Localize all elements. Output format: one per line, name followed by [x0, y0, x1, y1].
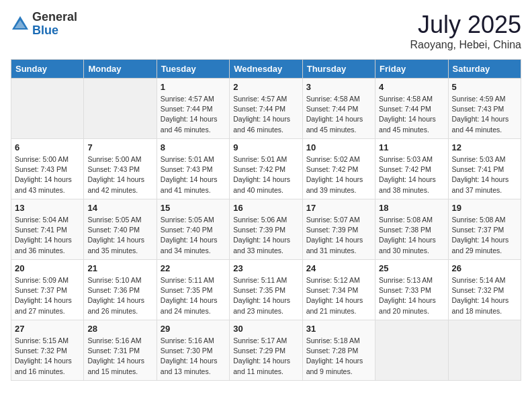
daylight-text: Daylight: 14 hours and 38 minutes. — [379, 175, 436, 193]
daylight-text: Daylight: 14 hours and 41 minutes. — [161, 175, 218, 193]
day-number: 17 — [306, 203, 371, 213]
day-number: 23 — [233, 263, 298, 273]
sunset-text: Sunset: 7:41 PM — [15, 226, 67, 234]
calendar-week-row: 1 Sunrise: 4:57 AM Sunset: 7:44 PM Dayli… — [11, 79, 521, 139]
cell-content: Sunrise: 5:11 AM Sunset: 7:35 PM Dayligh… — [233, 275, 298, 316]
day-number: 4 — [379, 82, 444, 92]
sunset-text: Sunset: 7:31 PM — [87, 347, 140, 355]
calendar-week-row: 20 Sunrise: 5:09 AM Sunset: 7:37 PM Dayl… — [11, 260, 521, 320]
sunrise-text: Sunrise: 4:57 AM — [161, 95, 214, 103]
sunrise-text: Sunrise: 5:06 AM — [233, 216, 287, 224]
calendar-cell: 17 Sunrise: 5:07 AM Sunset: 7:39 PM Dayl… — [302, 199, 375, 260]
sunrise-text: Sunrise: 5:01 AM — [161, 155, 214, 163]
calendar-cell: 3 Sunrise: 4:58 AM Sunset: 7:44 PM Dayli… — [302, 79, 375, 139]
cell-content: Sunrise: 5:01 AM Sunset: 7:43 PM Dayligh… — [161, 154, 226, 195]
cell-content: Sunrise: 5:13 AM Sunset: 7:33 PM Dayligh… — [379, 275, 444, 316]
day-number: 9 — [233, 142, 298, 152]
day-number: 1 — [161, 82, 226, 92]
day-number: 12 — [452, 142, 517, 152]
calendar-cell: 30 Sunrise: 5:17 AM Sunset: 7:29 PM Dayl… — [230, 320, 302, 381]
calendar-cell: 20 Sunrise: 5:09 AM Sunset: 7:37 PM Dayl… — [11, 260, 84, 320]
sunset-text: Sunset: 7:35 PM — [161, 286, 213, 294]
sunset-text: Sunset: 7:44 PM — [161, 105, 213, 113]
calendar-cell: 21 Sunrise: 5:10 AM Sunset: 7:36 PM Dayl… — [84, 260, 157, 320]
day-number: 2 — [233, 82, 298, 92]
sunset-text: Sunset: 7:44 PM — [379, 105, 431, 113]
daylight-text: Daylight: 14 hours and 35 minutes. — [87, 236, 144, 254]
sunrise-text: Sunrise: 5:04 AM — [15, 216, 69, 224]
sunset-text: Sunset: 7:30 PM — [161, 347, 213, 355]
page-header: General Blue July 2025 Raoyang, Hebei, C… — [11, 11, 521, 51]
day-number: 19 — [452, 203, 517, 213]
calendar-cell: 31 Sunrise: 5:18 AM Sunset: 7:28 PM Dayl… — [302, 320, 375, 381]
sunrise-text: Sunrise: 5:05 AM — [161, 216, 214, 224]
calendar-cell: 13 Sunrise: 5:04 AM Sunset: 7:41 PM Dayl… — [11, 199, 84, 260]
sunrise-text: Sunrise: 5:08 AM — [379, 216, 433, 224]
daylight-text: Daylight: 14 hours and 13 minutes. — [161, 357, 218, 375]
calendar-cell: 27 Sunrise: 5:15 AM Sunset: 7:32 PM Dayl… — [11, 320, 84, 381]
sunrise-text: Sunrise: 5:18 AM — [306, 336, 360, 345]
sunrise-text: Sunrise: 5:02 AM — [306, 155, 360, 163]
calendar-cell: 1 Sunrise: 4:57 AM Sunset: 7:44 PM Dayli… — [157, 79, 229, 139]
calendar-cell: 8 Sunrise: 5:01 AM Sunset: 7:43 PM Dayli… — [157, 139, 229, 199]
daylight-text: Daylight: 14 hours and 11 minutes. — [233, 357, 290, 375]
header-cell-monday: Monday — [84, 60, 157, 79]
day-number: 13 — [15, 203, 80, 213]
cell-content: Sunrise: 5:05 AM Sunset: 7:40 PM Dayligh… — [161, 215, 226, 256]
sunset-text: Sunset: 7:32 PM — [452, 286, 504, 294]
sunrise-text: Sunrise: 4:59 AM — [452, 95, 506, 103]
day-number: 29 — [161, 324, 226, 334]
cell-content: Sunrise: 5:01 AM Sunset: 7:42 PM Dayligh… — [233, 154, 298, 195]
daylight-text: Daylight: 14 hours and 40 minutes. — [233, 175, 290, 193]
title-block: July 2025 Raoyang, Hebei, China — [410, 11, 521, 51]
daylight-text: Daylight: 14 hours and 21 minutes. — [306, 296, 363, 314]
header-cell-wednesday: Wednesday — [230, 60, 302, 79]
sunset-text: Sunset: 7:43 PM — [15, 165, 67, 173]
sunset-text: Sunset: 7:33 PM — [379, 286, 431, 294]
daylight-text: Daylight: 14 hours and 20 minutes. — [379, 296, 436, 314]
calendar-cell: 18 Sunrise: 5:08 AM Sunset: 7:38 PM Dayl… — [375, 199, 448, 260]
daylight-text: Daylight: 14 hours and 16 minutes. — [15, 357, 72, 375]
cell-content: Sunrise: 4:57 AM Sunset: 7:44 PM Dayligh… — [161, 94, 226, 135]
daylight-text: Daylight: 14 hours and 44 minutes. — [452, 115, 509, 133]
sunrise-text: Sunrise: 5:11 AM — [161, 276, 214, 284]
sunrise-text: Sunrise: 4:57 AM — [233, 95, 287, 103]
logo-general: General — [32, 11, 77, 24]
calendar-cell: 22 Sunrise: 5:11 AM Sunset: 7:35 PM Dayl… — [157, 260, 229, 320]
header-cell-sunday: Sunday — [11, 60, 84, 79]
calendar-cell: 28 Sunrise: 5:16 AM Sunset: 7:31 PM Dayl… — [84, 320, 157, 381]
daylight-text: Daylight: 14 hours and 15 minutes. — [87, 357, 144, 375]
cell-content: Sunrise: 5:07 AM Sunset: 7:39 PM Dayligh… — [306, 215, 371, 256]
sunrise-text: Sunrise: 5:17 AM — [233, 336, 287, 345]
sunset-text: Sunset: 7:43 PM — [161, 165, 213, 173]
cell-content: Sunrise: 4:58 AM Sunset: 7:44 PM Dayligh… — [379, 94, 444, 135]
calendar-cell: 16 Sunrise: 5:06 AM Sunset: 7:39 PM Dayl… — [230, 199, 302, 260]
sunset-text: Sunset: 7:44 PM — [306, 105, 359, 113]
cell-content: Sunrise: 5:18 AM Sunset: 7:28 PM Dayligh… — [306, 336, 371, 377]
calendar-week-row: 13 Sunrise: 5:04 AM Sunset: 7:41 PM Dayl… — [11, 199, 521, 260]
logo-text: General Blue — [32, 11, 77, 38]
cell-content: Sunrise: 5:15 AM Sunset: 7:32 PM Dayligh… — [15, 336, 80, 377]
sunrise-text: Sunrise: 5:09 AM — [15, 276, 69, 284]
calendar-cell: 5 Sunrise: 4:59 AM Sunset: 7:43 PM Dayli… — [448, 79, 521, 139]
daylight-text: Daylight: 14 hours and 26 minutes. — [87, 296, 144, 314]
sunset-text: Sunset: 7:40 PM — [161, 226, 213, 234]
day-number: 5 — [452, 82, 517, 92]
sunrise-text: Sunrise: 5:15 AM — [15, 336, 69, 345]
sunrise-text: Sunrise: 5:14 AM — [452, 276, 506, 284]
cell-content: Sunrise: 5:03 AM Sunset: 7:41 PM Dayligh… — [452, 154, 517, 195]
cell-content: Sunrise: 5:06 AM Sunset: 7:39 PM Dayligh… — [233, 215, 298, 256]
sunset-text: Sunset: 7:43 PM — [452, 105, 504, 113]
cell-content: Sunrise: 5:08 AM Sunset: 7:37 PM Dayligh… — [452, 215, 517, 256]
calendar-cell: 23 Sunrise: 5:11 AM Sunset: 7:35 PM Dayl… — [230, 260, 302, 320]
calendar-cell — [375, 320, 448, 381]
sunset-text: Sunset: 7:37 PM — [15, 286, 67, 294]
calendar-cell: 6 Sunrise: 5:00 AM Sunset: 7:43 PM Dayli… — [11, 139, 84, 199]
daylight-text: Daylight: 14 hours and 43 minutes. — [15, 175, 72, 193]
day-number: 18 — [379, 203, 444, 213]
cell-content: Sunrise: 5:11 AM Sunset: 7:35 PM Dayligh… — [161, 275, 226, 316]
daylight-text: Daylight: 14 hours and 45 minutes. — [379, 115, 436, 133]
sunrise-text: Sunrise: 5:03 AM — [452, 155, 506, 163]
day-number: 3 — [306, 82, 371, 92]
cell-content: Sunrise: 5:14 AM Sunset: 7:32 PM Dayligh… — [452, 275, 517, 316]
